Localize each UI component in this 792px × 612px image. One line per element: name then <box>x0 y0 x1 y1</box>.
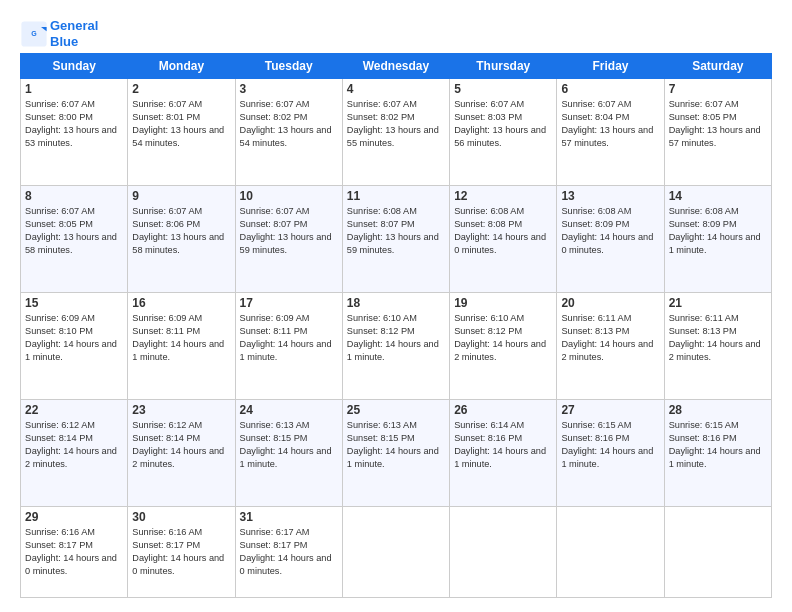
cell-sunset: Sunset: 8:02 PM <box>240 111 338 124</box>
cell-sunset: Sunset: 8:17 PM <box>240 539 338 552</box>
cell-daylight: Daylight: 13 hours and 57 minutes. <box>669 124 767 150</box>
page: G General Blue SundayMondayTuesdayWednes… <box>0 0 792 612</box>
cell-daylight: Daylight: 14 hours and 1 minute. <box>240 338 338 364</box>
day-number: 8 <box>25 189 123 203</box>
calendar-cell: 13 Sunrise: 6:08 AM Sunset: 8:09 PM Dayl… <box>557 186 664 293</box>
cell-sunset: Sunset: 8:08 PM <box>454 218 552 231</box>
calendar-cell: 11 Sunrise: 6:08 AM Sunset: 8:07 PM Dayl… <box>342 186 449 293</box>
calendar-cell: 9 Sunrise: 6:07 AM Sunset: 8:06 PM Dayli… <box>128 186 235 293</box>
day-number: 9 <box>132 189 230 203</box>
calendar-cell: 22 Sunrise: 6:12 AM Sunset: 8:14 PM Dayl… <box>21 400 128 507</box>
cell-daylight: Daylight: 14 hours and 2 minutes. <box>561 338 659 364</box>
cell-daylight: Daylight: 13 hours and 58 minutes. <box>25 231 123 257</box>
weekday-header-row: SundayMondayTuesdayWednesdayThursdayFrid… <box>21 54 772 79</box>
calendar-cell: 10 Sunrise: 6:07 AM Sunset: 8:07 PM Dayl… <box>235 186 342 293</box>
weekday-header-friday: Friday <box>557 54 664 79</box>
weekday-header-saturday: Saturday <box>664 54 771 79</box>
cell-sunset: Sunset: 8:05 PM <box>25 218 123 231</box>
cell-daylight: Daylight: 14 hours and 1 minute. <box>240 445 338 471</box>
cell-sunrise: Sunrise: 6:10 AM <box>454 312 552 325</box>
calendar-week-row: 15 Sunrise: 6:09 AM Sunset: 8:10 PM Dayl… <box>21 293 772 400</box>
day-number: 5 <box>454 82 552 96</box>
cell-sunset: Sunset: 8:02 PM <box>347 111 445 124</box>
calendar-table: SundayMondayTuesdayWednesdayThursdayFrid… <box>20 53 772 598</box>
calendar-week-row: 29 Sunrise: 6:16 AM Sunset: 8:17 PM Dayl… <box>21 507 772 598</box>
calendar-cell: 15 Sunrise: 6:09 AM Sunset: 8:10 PM Dayl… <box>21 293 128 400</box>
day-number: 25 <box>347 403 445 417</box>
cell-sunset: Sunset: 8:13 PM <box>669 325 767 338</box>
cell-sunrise: Sunrise: 6:14 AM <box>454 419 552 432</box>
calendar-cell: 20 Sunrise: 6:11 AM Sunset: 8:13 PM Dayl… <box>557 293 664 400</box>
cell-sunset: Sunset: 8:01 PM <box>132 111 230 124</box>
cell-sunset: Sunset: 8:17 PM <box>132 539 230 552</box>
day-number: 22 <box>25 403 123 417</box>
day-number: 24 <box>240 403 338 417</box>
weekday-header-sunday: Sunday <box>21 54 128 79</box>
cell-daylight: Daylight: 14 hours and 1 minute. <box>132 338 230 364</box>
weekday-header-wednesday: Wednesday <box>342 54 449 79</box>
cell-sunrise: Sunrise: 6:07 AM <box>347 98 445 111</box>
cell-daylight: Daylight: 13 hours and 54 minutes. <box>132 124 230 150</box>
calendar-week-row: 8 Sunrise: 6:07 AM Sunset: 8:05 PM Dayli… <box>21 186 772 293</box>
cell-daylight: Daylight: 14 hours and 1 minute. <box>347 338 445 364</box>
cell-daylight: Daylight: 13 hours and 57 minutes. <box>561 124 659 150</box>
cell-sunrise: Sunrise: 6:12 AM <box>132 419 230 432</box>
calendar-cell <box>342 507 449 598</box>
logo-icon: G <box>20 20 48 48</box>
cell-daylight: Daylight: 14 hours and 2 minutes. <box>454 338 552 364</box>
cell-sunrise: Sunrise: 6:07 AM <box>25 205 123 218</box>
day-number: 12 <box>454 189 552 203</box>
cell-daylight: Daylight: 14 hours and 1 minute. <box>561 445 659 471</box>
cell-sunrise: Sunrise: 6:07 AM <box>240 98 338 111</box>
calendar-cell: 7 Sunrise: 6:07 AM Sunset: 8:05 PM Dayli… <box>664 79 771 186</box>
day-number: 26 <box>454 403 552 417</box>
cell-sunset: Sunset: 8:11 PM <box>240 325 338 338</box>
cell-sunrise: Sunrise: 6:16 AM <box>25 526 123 539</box>
cell-sunrise: Sunrise: 6:17 AM <box>240 526 338 539</box>
day-number: 10 <box>240 189 338 203</box>
calendar-cell: 4 Sunrise: 6:07 AM Sunset: 8:02 PM Dayli… <box>342 79 449 186</box>
cell-sunrise: Sunrise: 6:08 AM <box>454 205 552 218</box>
cell-sunset: Sunset: 8:07 PM <box>347 218 445 231</box>
calendar-cell <box>664 507 771 598</box>
day-number: 14 <box>669 189 767 203</box>
cell-sunset: Sunset: 8:16 PM <box>669 432 767 445</box>
cell-sunset: Sunset: 8:13 PM <box>561 325 659 338</box>
cell-sunset: Sunset: 8:17 PM <box>25 539 123 552</box>
cell-sunrise: Sunrise: 6:10 AM <box>347 312 445 325</box>
cell-sunset: Sunset: 8:07 PM <box>240 218 338 231</box>
day-number: 11 <box>347 189 445 203</box>
calendar-cell: 23 Sunrise: 6:12 AM Sunset: 8:14 PM Dayl… <box>128 400 235 507</box>
cell-sunset: Sunset: 8:16 PM <box>561 432 659 445</box>
cell-sunset: Sunset: 8:09 PM <box>669 218 767 231</box>
cell-sunset: Sunset: 8:14 PM <box>25 432 123 445</box>
calendar-cell <box>450 507 557 598</box>
cell-daylight: Daylight: 14 hours and 0 minutes. <box>454 231 552 257</box>
day-number: 31 <box>240 510 338 524</box>
weekday-header-thursday: Thursday <box>450 54 557 79</box>
day-number: 16 <box>132 296 230 310</box>
cell-daylight: Daylight: 13 hours and 59 minutes. <box>240 231 338 257</box>
day-number: 15 <box>25 296 123 310</box>
calendar-week-row: 22 Sunrise: 6:12 AM Sunset: 8:14 PM Dayl… <box>21 400 772 507</box>
cell-sunrise: Sunrise: 6:16 AM <box>132 526 230 539</box>
cell-sunset: Sunset: 8:14 PM <box>132 432 230 445</box>
day-number: 17 <box>240 296 338 310</box>
cell-daylight: Daylight: 14 hours and 0 minutes. <box>132 552 230 578</box>
cell-daylight: Daylight: 14 hours and 0 minutes. <box>240 552 338 578</box>
cell-sunset: Sunset: 8:00 PM <box>25 111 123 124</box>
cell-sunset: Sunset: 8:05 PM <box>669 111 767 124</box>
cell-sunrise: Sunrise: 6:11 AM <box>669 312 767 325</box>
calendar-cell: 30 Sunrise: 6:16 AM Sunset: 8:17 PM Dayl… <box>128 507 235 598</box>
cell-sunset: Sunset: 8:16 PM <box>454 432 552 445</box>
day-number: 13 <box>561 189 659 203</box>
cell-daylight: Daylight: 14 hours and 0 minutes. <box>25 552 123 578</box>
cell-sunrise: Sunrise: 6:08 AM <box>347 205 445 218</box>
calendar-cell: 17 Sunrise: 6:09 AM Sunset: 8:11 PM Dayl… <box>235 293 342 400</box>
day-number: 21 <box>669 296 767 310</box>
cell-daylight: Daylight: 14 hours and 1 minute. <box>25 338 123 364</box>
day-number: 27 <box>561 403 659 417</box>
calendar-cell: 1 Sunrise: 6:07 AM Sunset: 8:00 PM Dayli… <box>21 79 128 186</box>
header: G General Blue <box>20 18 772 49</box>
cell-sunset: Sunset: 8:06 PM <box>132 218 230 231</box>
